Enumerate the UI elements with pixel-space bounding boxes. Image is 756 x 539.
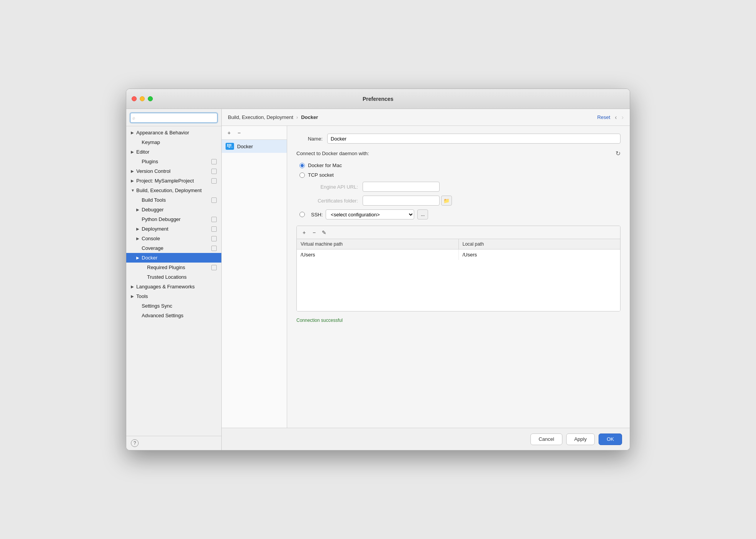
help-button[interactable]: ? — [131, 439, 139, 447]
breadcrumb-separator: › — [296, 114, 298, 120]
ok-button[interactable]: OK — [599, 434, 622, 445]
breadcrumb-current: Docker — [301, 114, 318, 120]
ssh-radio[interactable] — [299, 212, 305, 217]
maximize-button[interactable] — [148, 96, 153, 101]
badge-icon — [211, 198, 217, 203]
sidebar-item-tools[interactable]: ▶ Tools — [126, 291, 221, 301]
svg-rect-5 — [230, 146, 231, 147]
engine-api-url-input[interactable] — [363, 182, 440, 192]
sidebar-item-python-debugger[interactable]: Python Debugger — [126, 214, 221, 224]
close-button[interactable] — [132, 96, 137, 101]
browse-folder-button[interactable]: 📁 — [441, 196, 452, 206]
sidebar-item-appearance[interactable]: ▶ Appearance & Behavior — [126, 128, 221, 137]
sidebar-item-coverage[interactable]: Coverage — [126, 243, 221, 253]
preferences-window: Preferences ⌕ ▶ Appearance & Behavior — [126, 89, 630, 450]
svg-rect-2 — [230, 144, 231, 145]
forward-button[interactable]: › — [622, 114, 624, 121]
tcp-socket-radio[interactable] — [299, 172, 305, 178]
reset-button[interactable]: Reset — [597, 114, 610, 120]
sidebar-item-languages[interactable]: ▶ Languages & Frameworks — [126, 282, 221, 291]
sidebar-nav: ▶ Appearance & Behavior Keymap ▶ Editor … — [126, 126, 221, 436]
path-mapping-header: Virtual machine path Local path — [297, 239, 620, 249]
ssh-label: SSH: — [311, 212, 323, 218]
ssh-dots-button[interactable]: ... — [417, 209, 428, 219]
sidebar-item-console[interactable]: ▶ Console — [126, 234, 221, 243]
sidebar-item-project[interactable]: ▶ Project: MySampleProject — [126, 176, 221, 186]
sidebar-item-label: Debugger — [142, 207, 217, 213]
minimize-button[interactable] — [140, 96, 145, 101]
sidebar-item-label: Python Debugger — [142, 216, 211, 222]
badge-icon — [211, 159, 217, 164]
sidebar-item-plugins[interactable]: Plugins — [126, 157, 221, 166]
refresh-button[interactable]: ↻ — [616, 150, 621, 157]
sidebar-item-label: Project: MySampleProject — [136, 178, 211, 184]
chevron-icon: ▶ — [131, 150, 136, 154]
config-item-label: Docker — [237, 144, 253, 149]
path-mapping-row[interactable]: /Users /Users — [297, 249, 620, 260]
sidebar-item-label: Advanced Settings — [142, 313, 217, 318]
chevron-icon: ▶ — [131, 285, 136, 289]
sidebar-item-advanced-settings[interactable]: Advanced Settings — [126, 311, 221, 320]
tcp-sub-form: Engine API URL: Certificates folder: 📁 — [296, 182, 621, 206]
sidebar-item-build-execution[interactable]: ▼ Build, Execution, Deployment — [126, 186, 221, 195]
titlebar: Preferences — [126, 89, 630, 109]
badge-icon — [211, 178, 217, 184]
docker-config-item[interactable]: Docker — [222, 140, 287, 153]
sidebar-item-build-tools[interactable]: Build Tools — [126, 195, 221, 205]
search-input[interactable] — [130, 113, 217, 123]
sidebar-item-keymap[interactable]: Keymap — [126, 137, 221, 147]
back-button[interactable]: ‹ — [615, 114, 617, 121]
certs-folder-row: Certificates folder: 📁 — [309, 196, 621, 206]
sidebar-item-required-plugins[interactable]: Required Plugins — [126, 263, 221, 272]
remove-path-button[interactable]: − — [310, 228, 318, 237]
apply-button[interactable]: Apply — [566, 434, 595, 445]
sidebar-item-label: Editor — [136, 149, 217, 155]
add-path-button[interactable]: + — [300, 228, 308, 237]
docker-for-mac-radio[interactable] — [299, 163, 305, 168]
badge-icon — [211, 265, 217, 270]
chevron-icon: ▶ — [131, 294, 136, 298]
sidebar-item-label: Version Control — [136, 168, 211, 174]
sidebar-item-trusted-locations[interactable]: Trusted Locations — [126, 272, 221, 282]
certs-folder-label: Certificates folder: — [309, 198, 363, 204]
ssh-config-select[interactable]: <select configuration> — [326, 209, 414, 219]
right-panel: Build, Execution, Deployment › Docker Re… — [222, 109, 630, 450]
docker-icon — [226, 143, 234, 150]
status-row: Connection successful — [296, 318, 621, 323]
path-mapping-table: + − ✎ Virtual machine path Local path /U… — [296, 226, 621, 311]
name-row: Name: — [296, 134, 621, 144]
sidebar-item-settings-sync[interactable]: Settings Sync — [126, 301, 221, 311]
chevron-icon: ▶ — [131, 179, 136, 183]
search-container: ⌕ — [126, 109, 221, 126]
panel-header-actions: Reset ‹ › — [597, 114, 624, 121]
sidebar-item-docker[interactable]: ▶ Docker — [126, 253, 221, 263]
help-label: ? — [134, 440, 136, 446]
ssh-radio-row: SSH: <select configuration> ... — [296, 209, 621, 219]
connection-status: Connection successful — [296, 318, 343, 323]
remove-config-button[interactable]: − — [235, 129, 243, 137]
svg-rect-0 — [227, 144, 228, 145]
cancel-button[interactable]: Cancel — [530, 434, 562, 445]
connect-label: Connect to Docker daemon with: — [296, 151, 369, 156]
edit-path-button[interactable]: ✎ — [320, 228, 328, 237]
sidebar-item-label: Build, Execution, Deployment — [136, 187, 217, 193]
svg-rect-4 — [229, 146, 230, 147]
badge-icon — [211, 236, 217, 241]
add-config-button[interactable]: + — [225, 129, 233, 137]
sidebar-item-label: Deployment — [142, 226, 211, 232]
sidebar-item-deployment[interactable]: ▶ Deployment — [126, 224, 221, 234]
sidebar-item-label: Required Plugins — [147, 264, 211, 270]
vm-path-header: Virtual machine path — [297, 239, 459, 249]
sidebar-item-debugger[interactable]: ▶ Debugger — [126, 205, 221, 214]
chevron-icon: ▶ — [136, 227, 142, 231]
vm-path-cell: /Users — [297, 249, 459, 260]
sidebar-item-editor[interactable]: ▶ Editor — [126, 147, 221, 157]
breadcrumb: Build, Execution, Deployment › Docker — [228, 114, 318, 120]
folder-icon: 📁 — [443, 198, 450, 204]
local-path-cell: /Users — [459, 249, 621, 260]
certs-folder-input[interactable] — [363, 196, 440, 206]
name-input[interactable] — [327, 134, 621, 144]
tcp-socket-radio-row: TCP socket — [296, 172, 621, 178]
sidebar-item-version-control[interactable]: ▶ Version Control — [126, 166, 221, 176]
search-icon: ⌕ — [132, 115, 135, 121]
